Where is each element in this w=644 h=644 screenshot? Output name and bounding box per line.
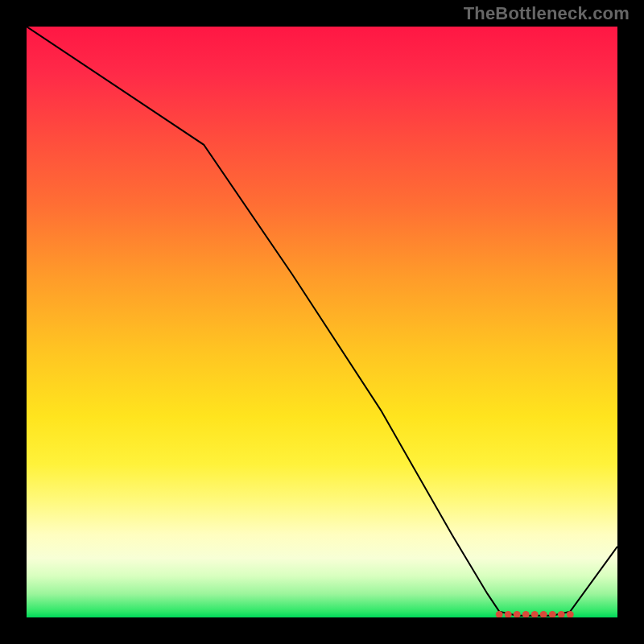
marker-dot — [522, 611, 530, 617]
marker-dot — [540, 611, 547, 617]
marker-dot — [558, 611, 565, 617]
marker-dot — [514, 611, 521, 617]
bottleneck-curve — [27, 27, 617, 616]
line-series-svg — [27, 27, 617, 617]
marker-dot — [531, 611, 539, 617]
optimal-range-dots — [496, 611, 574, 617]
chart-frame: TheBottleneck.com — [0, 0, 644, 644]
plot-area — [27, 27, 617, 617]
marker-dot — [549, 611, 556, 617]
watermark-text: TheBottleneck.com — [464, 3, 630, 24]
marker-dot — [505, 611, 512, 617]
